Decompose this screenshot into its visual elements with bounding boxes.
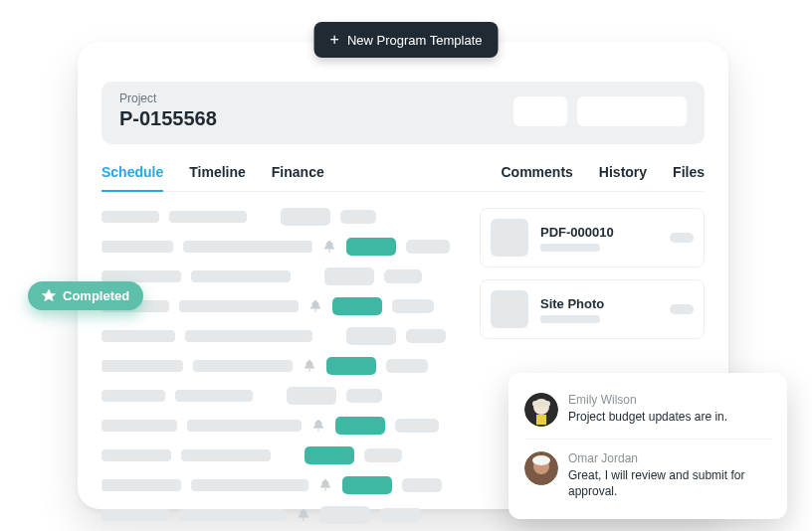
- svg-rect-2: [532, 401, 550, 407]
- cell: [102, 420, 177, 432]
- comment-author: Emily Wilson: [568, 393, 727, 407]
- pin-icon: [303, 360, 316, 372]
- table-row[interactable]: [102, 267, 458, 285]
- tab-comments[interactable]: Comments: [502, 164, 573, 191]
- status-pill: [342, 476, 392, 494]
- cell: [193, 360, 293, 372]
- file-card[interactable]: PDF-000010: [480, 208, 705, 267]
- cell: [102, 211, 159, 223]
- status-pill: [332, 297, 382, 315]
- pin-icon: [297, 509, 310, 521]
- pin-icon: [42, 289, 56, 303]
- table-row[interactable]: [102, 208, 458, 226]
- status-pill: [346, 238, 396, 256]
- cell: [102, 449, 171, 461]
- table-row[interactable]: [102, 327, 458, 345]
- cell: [392, 299, 434, 313]
- status-pill: [304, 446, 354, 464]
- avatar: [524, 451, 558, 485]
- status-pill: [346, 327, 396, 345]
- table-row[interactable]: [102, 417, 458, 435]
- project-header: Project P-0155568: [102, 82, 705, 144]
- file-title: PDF-000010: [540, 225, 658, 240]
- cell: [181, 449, 271, 461]
- completed-badge[interactable]: Completed: [28, 281, 143, 310]
- completed-label: Completed: [63, 288, 129, 303]
- comment-message: Great, I will review and submit for appr…: [568, 467, 771, 499]
- tab-files[interactable]: Files: [673, 164, 705, 191]
- status-pill: [335, 417, 385, 435]
- tab-finance[interactable]: Finance: [272, 164, 324, 191]
- project-id: P-0155568: [119, 107, 217, 130]
- file-thumbnail: [491, 219, 528, 257]
- cell: [380, 508, 422, 522]
- tab-timeline[interactable]: Timeline: [189, 164, 246, 191]
- pin-icon: [308, 300, 322, 312]
- table-row[interactable]: [102, 506, 458, 524]
- status-pill: [326, 357, 376, 375]
- plus-icon: +: [330, 32, 339, 48]
- cell: [175, 390, 253, 402]
- cell: [406, 240, 450, 254]
- table-row[interactable]: [102, 297, 458, 315]
- comment-item[interactable]: Omar Jordan Great, I will review and sub…: [524, 439, 771, 505]
- comment-item[interactable]: Emily Wilson Project budget updates are …: [524, 387, 771, 433]
- header-button-1[interactable]: [513, 96, 567, 126]
- project-label: Project: [119, 91, 217, 105]
- cell: [187, 420, 302, 432]
- status-pill: [281, 208, 330, 226]
- file-card[interactable]: Site Photo: [480, 279, 705, 339]
- status-pill: [287, 387, 336, 405]
- cell: [364, 448, 402, 462]
- pin-icon: [318, 479, 332, 491]
- cell: [191, 479, 308, 491]
- cell: [386, 359, 428, 373]
- table-row[interactable]: [102, 446, 458, 464]
- cell: [102, 390, 165, 402]
- cell: [102, 241, 173, 253]
- tab-schedule[interactable]: Schedule: [102, 164, 163, 192]
- file-thumbnail: [491, 290, 528, 328]
- cell: [346, 389, 382, 403]
- file-title: Site Photo: [540, 296, 658, 311]
- table-row[interactable]: [102, 476, 458, 494]
- cell: [102, 360, 183, 372]
- cell: [102, 509, 169, 521]
- cell: [406, 329, 446, 343]
- table-row[interactable]: [102, 238, 458, 256]
- comment-author: Omar Jordan: [568, 451, 771, 465]
- file-meta: [670, 304, 694, 314]
- cell: [402, 478, 442, 492]
- cell: [185, 330, 312, 342]
- file-subtitle: [540, 315, 600, 323]
- comments-panel: Emily Wilson Project budget updates are …: [508, 373, 787, 519]
- table-row[interactable]: [102, 387, 458, 405]
- table-row[interactable]: [102, 357, 458, 375]
- header-button-2[interactable]: [577, 96, 687, 126]
- cell: [340, 210, 376, 224]
- cell: [191, 270, 291, 282]
- avatar: [524, 393, 558, 427]
- cell: [102, 479, 181, 491]
- svg-rect-3: [536, 415, 546, 425]
- new-program-label: New Program Template: [347, 33, 483, 48]
- tab-history[interactable]: History: [599, 164, 647, 191]
- status-pill: [320, 506, 370, 524]
- file-subtitle: [540, 244, 600, 252]
- file-meta: [670, 233, 694, 243]
- comment-message: Project budget updates are in.: [568, 409, 727, 425]
- new-program-button[interactable]: + New Program Template: [314, 22, 499, 58]
- cell: [395, 419, 439, 433]
- cell: [384, 269, 422, 283]
- tabs-row: Schedule Timeline Finance Comments Histo…: [102, 164, 705, 192]
- pin-icon: [322, 241, 336, 253]
- status-pill: [324, 267, 374, 285]
- cell: [179, 509, 287, 521]
- pin-icon: [311, 420, 325, 432]
- cell: [179, 300, 299, 312]
- cell: [183, 241, 312, 253]
- cell: [169, 211, 247, 223]
- svg-point-6: [532, 455, 550, 465]
- schedule-table: [102, 208, 458, 531]
- cell: [102, 330, 175, 342]
